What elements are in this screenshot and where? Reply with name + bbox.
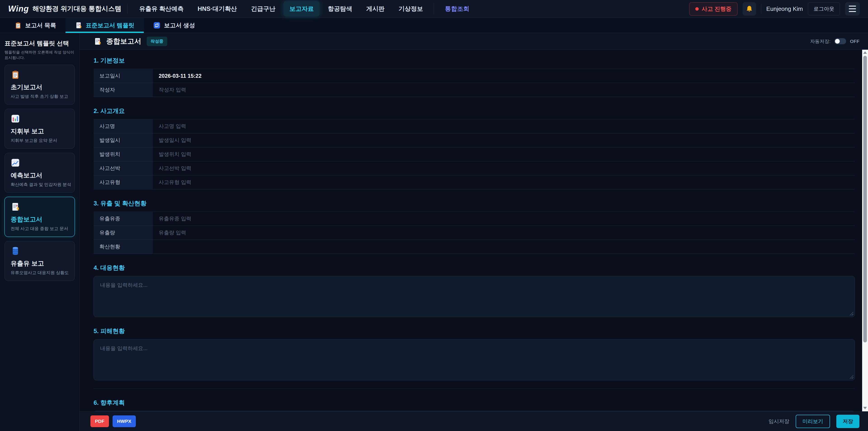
nav-item-hns-diffusion[interactable]: HNS·대기확산: [192, 1, 243, 17]
nav-item-weather[interactable]: 기상정보: [393, 1, 429, 17]
spill-amount-field[interactable]: 유출량 입력: [153, 226, 855, 240]
template-card-initial-report[interactable]: 초기보고서 사고 발생 직후 초기 상황 보고: [4, 65, 75, 105]
autosave-label: 자동저장:: [810, 38, 831, 44]
field-label: 유출량: [94, 226, 153, 240]
hamburger-icon: [849, 6, 856, 6]
field-label: 작성자: [94, 83, 153, 97]
notifications-button[interactable]: [743, 2, 756, 16]
vertical-scrollbar[interactable]: [862, 50, 868, 411]
nav-item-board[interactable]: 게시판: [360, 1, 391, 17]
table-row: 사고유형 사고유형 입력: [94, 175, 855, 189]
incident-vessel-field[interactable]: 사고선박 입력: [153, 161, 855, 175]
field-label: 확산현황: [94, 240, 153, 254]
hamburger-menu-button[interactable]: [845, 2, 860, 16]
report-form: 1. 기본정보 보고일시 2026-03-11 15:22 작성자 작성자 입력…: [80, 50, 862, 411]
autosave-control: 자동저장: OFF: [810, 38, 860, 44]
response-status-textarea[interactable]: [94, 276, 855, 317]
save-button[interactable]: 저장: [836, 415, 860, 428]
template-title: 유출유 보고: [11, 259, 69, 268]
logout-button[interactable]: 로그아웃: [808, 2, 840, 16]
future-plan-textarea-wrap: [94, 411, 855, 411]
response-status-textarea-wrap: [94, 276, 855, 317]
spill-status-table: 유출유종 유출유종 입력 유출량 유출량 입력 확산현황: [94, 212, 855, 254]
user-name: Eunjeong Kim: [766, 5, 803, 12]
scroll-down-arrow-icon[interactable]: [863, 407, 867, 409]
sidebar-subtitle: 템플릿을 선택하면 오른쪽에 작성 양식이 표시됩니다.: [4, 50, 75, 61]
field-label: 사고선박: [94, 161, 153, 175]
future-plan-textarea[interactable]: [94, 411, 855, 411]
occurrence-datetime-field[interactable]: 발생일시 입력: [153, 133, 855, 147]
table-row: 보고일시 2026-03-11 15:22: [94, 69, 855, 83]
report-header: 종합보고서 작성중 자동저장: OFF: [80, 33, 868, 50]
scroll-up-arrow-icon[interactable]: [863, 51, 867, 54]
template-desc: 유류오염사고 대응지원 상황도: [11, 270, 69, 276]
tab-standard-report-template[interactable]: 표준보고서 템플릿: [66, 18, 144, 33]
preview-button[interactable]: 미리보기: [796, 415, 830, 428]
nav-divider: [434, 3, 434, 15]
incident-overview-table: 사고명 사고명 입력 발생일시 발생일시 입력 발생위치 발생위치 입력 사고선…: [94, 119, 855, 189]
template-desc: 지휘부 보고용 요약 문서: [11, 137, 69, 144]
export-hwpx-button[interactable]: HWPX: [113, 415, 136, 427]
form-scroll-area: 1. 기본정보 보고일시 2026-03-11 15:22 작성자 작성자 입력…: [80, 50, 868, 411]
table-row: 사고명 사고명 입력: [94, 119, 855, 133]
incident-status-badge[interactable]: 사고 진행중: [689, 2, 738, 16]
report-content: 종합보고서 작성중 자동저장: OFF 1. 기본정보 보고일시 2026-03…: [80, 33, 868, 431]
action-bar-right: 임시저장 미리보기 저장: [769, 415, 860, 428]
memo-icon: [75, 22, 82, 29]
report-tab-bar: 보고서 목록 표준보고서 템플릿 보고서 생성: [0, 18, 868, 33]
section-heading-basic-info: 1. 기본정보: [94, 57, 855, 65]
nav-item-aerial-search[interactable]: 항공탐색: [322, 1, 358, 17]
incident-status-label: 사고 진행중: [702, 5, 732, 13]
template-sidebar: 표준보고서 템플릿 선택 템플릿을 선택하면 오른쪽에 작성 양식이 표시됩니다…: [0, 33, 80, 431]
bar-chart-icon: [11, 114, 20, 123]
oil-type-field[interactable]: 유출유종 입력: [153, 212, 855, 225]
status-badge: 작성중: [147, 37, 167, 46]
template-card-comprehensive-report[interactable]: 종합보고서 전체 사고 대응 종합 보고 문서: [4, 197, 75, 237]
nav-item-oil-spill-prediction[interactable]: 유출유 확산예측: [133, 1, 190, 17]
field-label: 사고명: [94, 119, 153, 133]
nav-item-reports[interactable]: 보고자료: [283, 1, 320, 17]
clipboard-icon: [11, 70, 20, 79]
main-nav: 유출유 확산예측 HNS·대기확산 긴급구난 보고자료 항공탐색 게시판 기상정…: [133, 1, 683, 17]
toggle-knob: [835, 39, 840, 43]
template-card-prediction-report[interactable]: 예측보고서 확산예측 결과 및 민감자원 분석: [4, 153, 75, 193]
nav-item-emergency-rescue[interactable]: 긴급구난: [245, 1, 281, 17]
damage-status-textarea[interactable]: [94, 339, 855, 380]
template-card-oil-spill-report[interactable]: 유출유 보고 유류오염사고 대응지원 상황도: [4, 241, 75, 281]
clipboard-icon: [14, 22, 22, 29]
report-datetime-field[interactable]: 2026-03-11 15:22: [153, 69, 855, 83]
table-row: 유출량 유출량 입력: [94, 226, 855, 240]
occurrence-location-field[interactable]: 발생위치 입력: [153, 147, 855, 161]
template-title: 초기보고서: [11, 83, 69, 92]
autosave-toggle[interactable]: [834, 38, 846, 44]
author-field[interactable]: 작성자 입력: [153, 83, 855, 97]
main-shell: 표준보고서 템플릿 선택 템플릿을 선택하면 오른쪽에 작성 양식이 표시됩니다…: [0, 33, 868, 431]
autosave-state: OFF: [850, 39, 860, 44]
nav-item-integrated-search[interactable]: 통합조회: [439, 1, 475, 17]
table-row: 사고선박 사고선박 입력: [94, 161, 855, 175]
damage-status-textarea-wrap: [94, 339, 855, 380]
tab-label: 표준보고서 템플릿: [86, 22, 134, 29]
table-row: 확산현황: [94, 240, 855, 254]
temp-save-button[interactable]: 임시저장: [769, 418, 789, 425]
memo-icon: [94, 37, 102, 45]
incident-dot-icon: [695, 7, 699, 11]
scrollbar-thumb[interactable]: [863, 56, 867, 342]
export-pdf-button[interactable]: PDF: [90, 415, 109, 427]
template-desc: 전체 사고 대응 종합 보고 문서: [11, 226, 69, 232]
tab-label: 보고서 목록: [25, 22, 56, 29]
diffusion-status-field[interactable]: [153, 240, 855, 254]
tab-report-list[interactable]: 보고서 목록: [5, 18, 66, 33]
field-label: 사고유형: [94, 175, 153, 189]
tab-report-generation[interactable]: 보고서 생성: [144, 18, 204, 33]
section-heading-incident-overview: 2. 사고개요: [94, 107, 855, 115]
refresh-icon: [153, 22, 160, 29]
template-title: 지휘부 보고: [11, 127, 69, 135]
oil-drum-icon: [11, 246, 20, 256]
basic-info-table: 보고일시 2026-03-11 15:22 작성자 작성자 입력: [94, 69, 855, 97]
incident-type-field[interactable]: 사고유형 입력: [153, 175, 855, 189]
page-title: 종합보고서: [106, 37, 141, 46]
template-card-command-report[interactable]: 지휘부 보고 지휘부 보고용 요약 문서: [4, 109, 75, 149]
incident-name-field[interactable]: 사고명 입력: [153, 119, 855, 133]
brand: Wing 해양환경 위기대응 통합시스템: [8, 4, 121, 13]
